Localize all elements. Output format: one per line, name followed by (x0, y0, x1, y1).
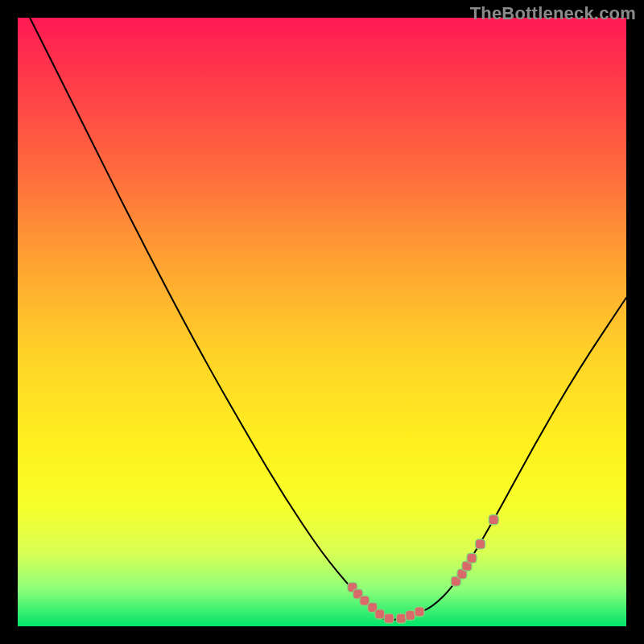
chart-frame (18, 18, 626, 626)
curve-marker (384, 613, 394, 623)
marker-layer (348, 515, 498, 624)
curve-marker (476, 539, 485, 549)
bottleneck-curve (30, 18, 626, 620)
curve-marker (467, 553, 477, 563)
chart-svg (18, 18, 626, 626)
curve-marker (415, 607, 424, 617)
watermark-text: TheBottleneck.com (470, 3, 636, 24)
curve-marker (489, 515, 498, 525)
curve-marker (396, 613, 406, 623)
curve-marker (406, 610, 415, 620)
curve-marker (375, 609, 385, 619)
